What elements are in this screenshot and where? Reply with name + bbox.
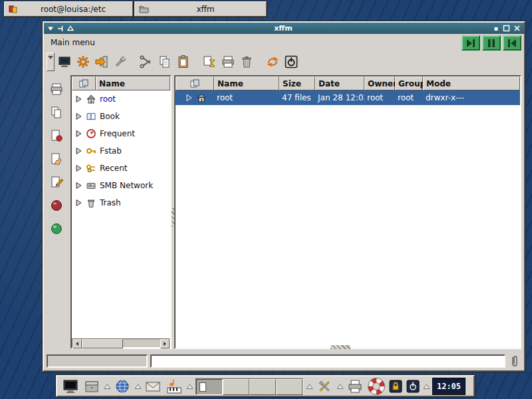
documents-module-button[interactable] bbox=[48, 104, 65, 121]
exit-button[interactable] bbox=[283, 53, 300, 70]
edit-module-button[interactable] bbox=[48, 174, 65, 191]
power-icon bbox=[406, 380, 420, 393]
file-manager-launcher[interactable] bbox=[82, 377, 101, 396]
column-header-date[interactable]: Date bbox=[315, 76, 364, 90]
tools-button[interactable] bbox=[112, 53, 129, 70]
music-launcher[interactable] bbox=[165, 377, 184, 396]
tree-header-name[interactable]: Name bbox=[96, 76, 170, 90]
close-button[interactable] bbox=[513, 25, 521, 32]
expander-icon[interactable] bbox=[74, 164, 82, 172]
attach-button[interactable] bbox=[507, 354, 522, 368]
help-launcher[interactable] bbox=[367, 377, 386, 396]
web-browser-launcher[interactable] bbox=[113, 377, 132, 396]
mail-launcher[interactable] bbox=[144, 377, 162, 396]
column-header-group[interactable]: Group bbox=[395, 76, 423, 90]
minimize-button[interactable] bbox=[493, 25, 499, 32]
popup-chevron-icon[interactable] bbox=[104, 384, 110, 389]
files-icon bbox=[190, 78, 200, 89]
tree-item-smb-network[interactable]: SMB Network bbox=[72, 177, 170, 194]
scroll-right-arrow[interactable] bbox=[160, 339, 170, 348]
resize-grip[interactable] bbox=[331, 345, 350, 349]
find-button[interactable] bbox=[201, 53, 218, 70]
file-row-root-selected[interactable]: root 47 files Jan 28 12:03 root root drw… bbox=[176, 90, 520, 105]
tree-item-fstab[interactable]: Fstab bbox=[72, 142, 170, 160]
file-owner: root bbox=[364, 93, 395, 102]
scroll-left-arrow[interactable] bbox=[72, 339, 82, 348]
tree-item-trash[interactable]: Trash bbox=[72, 194, 170, 211]
popup-chevron-icon[interactable] bbox=[423, 384, 430, 389]
bookmarks-module-button[interactable] bbox=[48, 127, 65, 144]
toolbar-handle[interactable] bbox=[47, 53, 55, 71]
tree-item-label[interactable]: root bbox=[100, 94, 116, 104]
tree-item-label[interactable]: Fstab bbox=[100, 146, 122, 156]
popup-chevron-icon[interactable] bbox=[186, 384, 193, 389]
shade-icon[interactable] bbox=[67, 25, 74, 32]
workspace-4[interactable] bbox=[276, 379, 303, 395]
tree-item-root[interactable]: root bbox=[72, 90, 170, 108]
popup-chevron-icon[interactable] bbox=[306, 384, 313, 389]
new-window-button[interactable] bbox=[56, 53, 73, 70]
tree-item-label[interactable]: SMB Network bbox=[100, 181, 153, 190]
print-button[interactable] bbox=[219, 53, 237, 70]
window-menu-icon[interactable] bbox=[47, 25, 54, 32]
pause-button[interactable] bbox=[482, 35, 501, 51]
tree-item-recent[interactable]: Recent bbox=[72, 160, 170, 177]
open-module-button[interactable] bbox=[48, 150, 65, 168]
key-icon bbox=[86, 146, 96, 156]
expander-icon[interactable] bbox=[74, 199, 82, 207]
workspace-3[interactable] bbox=[249, 379, 276, 395]
printer-module-button[interactable] bbox=[48, 80, 65, 98]
settings-launcher[interactable] bbox=[315, 377, 334, 396]
seek-forward-button[interactable] bbox=[462, 35, 480, 51]
goto-button[interactable] bbox=[93, 53, 110, 70]
print-launcher[interactable] bbox=[346, 377, 364, 396]
maximize-button[interactable] bbox=[503, 25, 510, 32]
workspace-2[interactable] bbox=[223, 379, 249, 395]
stick-icon[interactable] bbox=[57, 25, 64, 32]
expander-icon[interactable] bbox=[74, 147, 82, 155]
taskbar-button-terminal[interactable]: root@louisa:/etc bbox=[4, 1, 133, 17]
nav-buttons bbox=[462, 35, 521, 51]
expander-icon[interactable] bbox=[74, 182, 82, 190]
pager-window-rect bbox=[200, 382, 206, 392]
column-header-mode[interactable]: Mode bbox=[423, 76, 520, 90]
terminal-launcher[interactable] bbox=[61, 377, 80, 396]
tree-item-label[interactable]: Trash bbox=[100, 198, 121, 207]
popup-chevron-icon[interactable] bbox=[134, 384, 141, 389]
expander-icon[interactable] bbox=[74, 112, 82, 120]
file-header-icon-cell[interactable] bbox=[176, 76, 214, 90]
scrollbar-thumb[interactable] bbox=[82, 339, 123, 348]
expander-icon[interactable] bbox=[185, 94, 193, 102]
paste-button[interactable] bbox=[175, 53, 192, 70]
lock-launcher[interactable] bbox=[388, 377, 403, 396]
red-ball-button[interactable] bbox=[48, 197, 65, 214]
refresh-button[interactable] bbox=[264, 53, 281, 70]
column-header-name[interactable]: Name bbox=[214, 76, 279, 90]
panel-clock[interactable]: 12:05 bbox=[432, 378, 466, 395]
settings-button[interactable] bbox=[74, 53, 92, 70]
delete-button[interactable] bbox=[238, 53, 255, 70]
tree-horizontal-scrollbar[interactable] bbox=[72, 338, 170, 348]
tree-item-label[interactable]: Recent bbox=[100, 164, 127, 173]
workspace-1-active[interactable] bbox=[196, 379, 223, 395]
column-header-size[interactable]: Size bbox=[279, 76, 315, 90]
taskbar-button-xffm[interactable]: xffm bbox=[134, 1, 267, 17]
popup-chevron-icon[interactable] bbox=[336, 384, 343, 389]
tree-item-label[interactable]: Book bbox=[100, 112, 120, 121]
expander-icon[interactable] bbox=[74, 130, 82, 138]
green-ball-button[interactable] bbox=[48, 220, 65, 237]
main-menu[interactable]: Main menu bbox=[51, 38, 95, 47]
titlebar[interactable]: xffm bbox=[44, 23, 524, 34]
book-icon bbox=[86, 111, 96, 122]
expander-icon[interactable] bbox=[74, 95, 82, 103]
location-entry[interactable] bbox=[150, 354, 505, 368]
column-header-owner[interactable]: Owner bbox=[364, 76, 395, 90]
tree-item-book[interactable]: Book bbox=[72, 108, 170, 125]
cut-button[interactable] bbox=[138, 53, 155, 70]
copy-button[interactable] bbox=[156, 53, 174, 70]
tree-item-label[interactable]: Frequent bbox=[100, 129, 135, 138]
power-launcher[interactable] bbox=[406, 377, 420, 396]
seek-back-button[interactable] bbox=[503, 35, 521, 51]
tree-header-icon-cell[interactable] bbox=[72, 76, 96, 90]
tree-item-frequent[interactable]: Frequent bbox=[72, 125, 170, 142]
